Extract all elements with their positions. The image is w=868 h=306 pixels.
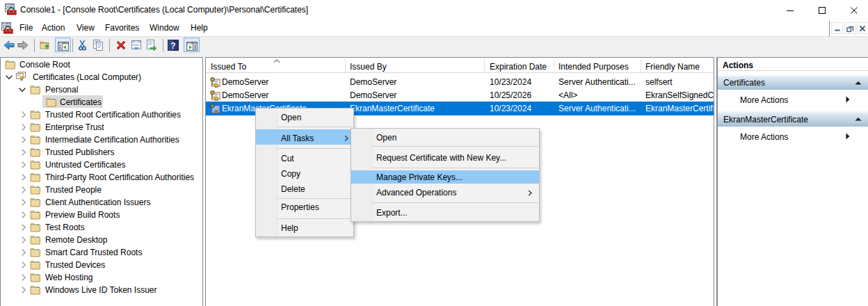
svg-text:?: ? xyxy=(170,41,175,51)
